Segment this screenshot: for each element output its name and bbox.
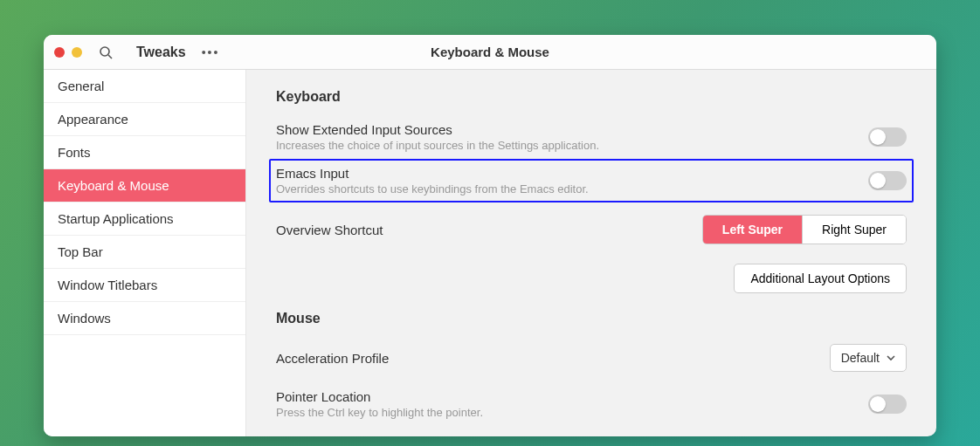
sidebar-item-fonts[interactable]: Fonts	[44, 136, 245, 169]
setting-overview-shortcut: Overview Shortcut Left Super Right Super	[276, 209, 907, 257]
sidebar-item-titlebars[interactable]: Window Titlebars	[44, 269, 245, 302]
sidebar-item-windows[interactable]: Windows	[44, 302, 245, 335]
emacs-input-highlight: Emacs Input Overrides shortcuts to use k…	[269, 159, 914, 202]
titlebar: Tweaks ••• Keyboard & Mouse	[44, 35, 936, 70]
additional-layout-options-button[interactable]: Additional Layout Options	[734, 264, 907, 293]
close-icon[interactable]	[54, 47, 65, 58]
sidebar-item-topbar[interactable]: Top Bar	[44, 236, 245, 269]
search-button[interactable]	[96, 43, 115, 62]
setting-desc: Overrides shortcuts to use keybindings f…	[276, 182, 858, 196]
setting-title: Overview Shortcut	[276, 223, 383, 237]
accel-profile-dropdown[interactable]: Default	[830, 344, 907, 372]
setting-extended-input-sources: Show Extended Input Sources Increases th…	[276, 117, 907, 164]
window-controls	[44, 47, 82, 58]
dropdown-value: Default	[841, 351, 880, 365]
setting-desc: Increases the choice of input sources in…	[276, 139, 858, 152]
sidebar-item-appearance[interactable]: Appearance	[44, 103, 245, 136]
app-title: Tweaks	[136, 45, 186, 60]
overview-shortcut-segmented: Left Super Right Super	[702, 215, 907, 244]
section-mouse-title: Mouse	[276, 311, 907, 326]
sidebar: General Appearance Fonts Keyboard & Mous…	[44, 70, 246, 436]
section-keyboard-title: Keyboard	[276, 89, 907, 105]
pointer-location-toggle[interactable]	[868, 395, 907, 414]
app-menu-button[interactable]: •••	[202, 45, 220, 59]
setting-emacs-input: Emacs Input Overrides shortcuts to use k…	[276, 164, 907, 196]
setting-desc: Press the Ctrl key to highlight the poin…	[276, 406, 858, 419]
sidebar-item-general[interactable]: General	[44, 70, 245, 103]
chevron-down-icon	[887, 353, 895, 362]
page-title: Keyboard & Mouse	[431, 45, 549, 59]
setting-accel-profile: Acceleration Profile Default	[276, 339, 907, 384]
extended-sources-toggle[interactable]	[868, 127, 907, 147]
setting-title: Acceleration Profile	[276, 351, 389, 366]
sidebar-item-keyboard-mouse[interactable]: Keyboard & Mouse	[44, 169, 245, 202]
setting-title: Pointer Location	[276, 389, 858, 404]
setting-pointer-location: Pointer Location Press the Ctrl key to h…	[276, 384, 907, 431]
svg-line-1	[108, 55, 112, 58]
search-icon	[99, 45, 113, 59]
minimize-icon[interactable]	[72, 47, 82, 58]
content-panel: Keyboard Show Extended Input Sources Inc…	[246, 70, 936, 436]
additional-layout-row: Additional Layout Options	[276, 264, 907, 293]
setting-title: Emacs Input	[276, 166, 858, 181]
sidebar-item-startup[interactable]: Startup Applications	[44, 202, 245, 236]
svg-point-0	[100, 47, 109, 56]
overview-left-super-button[interactable]: Left Super	[703, 216, 802, 244]
emacs-input-toggle[interactable]	[868, 171, 907, 190]
overview-right-super-button[interactable]: Right Super	[802, 216, 906, 244]
setting-title: Show Extended Input Sources	[276, 122, 858, 137]
tweaks-window: Tweaks ••• Keyboard & Mouse General Appe…	[44, 35, 936, 436]
